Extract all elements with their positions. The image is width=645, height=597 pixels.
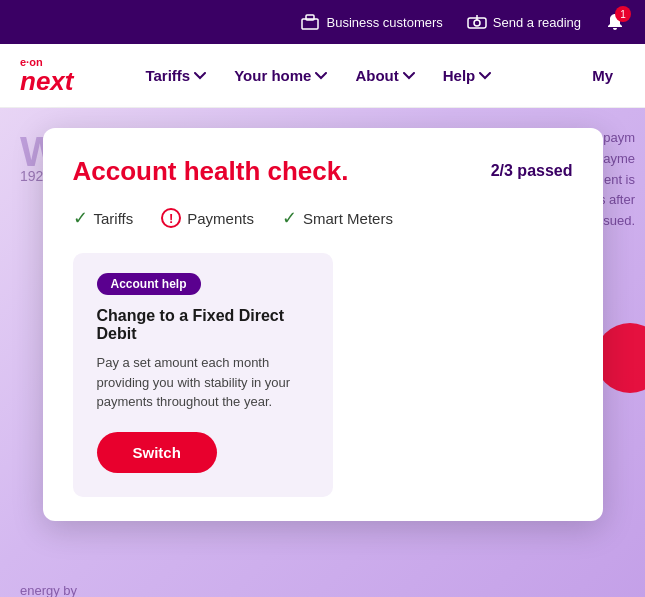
business-icon — [300, 12, 320, 32]
chevron-down-icon — [315, 72, 327, 80]
passed-badge: 2/3 passed — [491, 162, 573, 180]
my-label: My — [592, 67, 613, 84]
check-item-tariffs: ✓ Tariffs — [73, 207, 134, 229]
nav-help[interactable]: Help — [431, 59, 504, 92]
check-item-smart-meters: ✓ Smart Meters — [282, 207, 393, 229]
notification-badge: 1 — [615, 6, 631, 22]
notification-bell[interactable]: 1 — [605, 12, 625, 32]
top-bar: Business customers Send a reading 1 — [0, 0, 645, 44]
your-home-label: Your home — [234, 67, 311, 84]
check-item-payments: ! Payments — [161, 208, 254, 228]
tariffs-label: Tariffs — [145, 67, 190, 84]
modal-overlay: Account health check. 2/3 passed ✓ Tarif… — [0, 108, 645, 597]
about-label: About — [355, 67, 398, 84]
send-reading-link[interactable]: Send a reading — [467, 12, 581, 32]
chevron-down-icon — [479, 72, 491, 80]
page-background: We 192 G t paym payme ment is s after is… — [0, 108, 645, 597]
info-card-body: Pay a set amount each month providing yo… — [97, 353, 309, 412]
nav-tariffs[interactable]: Tariffs — [133, 59, 218, 92]
info-card: Account help Change to a Fixed Direct De… — [73, 253, 333, 497]
checklist: ✓ Tariffs ! Payments ✓ Smart Meters — [73, 207, 573, 229]
switch-button[interactable]: Switch — [97, 432, 217, 473]
modal-header: Account health check. 2/3 passed — [73, 156, 573, 187]
nav-about[interactable]: About — [343, 59, 426, 92]
svg-point-3 — [474, 20, 480, 26]
warning-icon-payments: ! — [161, 208, 181, 228]
nav-your-home[interactable]: Your home — [222, 59, 339, 92]
svg-rect-1 — [306, 15, 314, 20]
account-health-modal: Account health check. 2/3 passed ✓ Tarif… — [43, 128, 603, 521]
send-reading-label: Send a reading — [493, 15, 581, 30]
info-card-title: Change to a Fixed Direct Debit — [97, 307, 309, 343]
chevron-down-icon — [403, 72, 415, 80]
check-label-smart-meters: Smart Meters — [303, 210, 393, 227]
chevron-down-icon — [194, 72, 206, 80]
logo-next-text: next — [20, 68, 73, 94]
help-label: Help — [443, 67, 476, 84]
account-help-badge: Account help — [97, 273, 201, 295]
check-label-payments: Payments — [187, 210, 254, 227]
business-customers-label: Business customers — [326, 15, 442, 30]
meter-icon — [467, 12, 487, 32]
business-customers-link[interactable]: Business customers — [300, 12, 442, 32]
check-label-tariffs: Tariffs — [94, 210, 134, 227]
modal-title: Account health check. — [73, 156, 349, 187]
logo[interactable]: e·on next — [20, 57, 73, 94]
check-icon-smart-meters: ✓ — [282, 207, 297, 229]
nav-my[interactable]: My — [580, 59, 625, 92]
nav-items: Tariffs Your home About Help My — [133, 59, 625, 92]
check-icon-tariffs: ✓ — [73, 207, 88, 229]
main-nav: e·on next Tariffs Your home About Help — [0, 44, 645, 108]
